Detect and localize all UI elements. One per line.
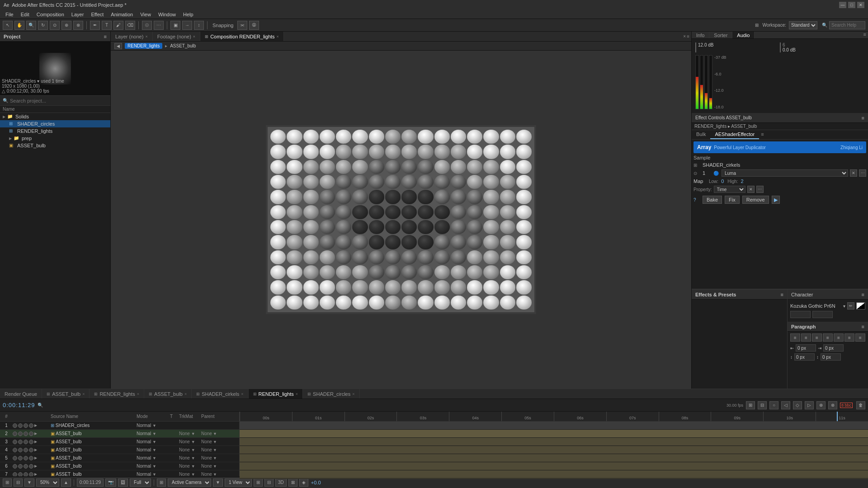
sw-expand-4[interactable]: ▶	[34, 448, 37, 452]
project-item-solids[interactable]: ▶ 📁 Solids	[0, 113, 110, 120]
tool-roto[interactable]: ⦾	[142, 21, 152, 30]
align-center-btn[interactable]: ≡	[801, 333, 811, 342]
menu-file[interactable]: File	[2, 11, 17, 18]
ec-remove-btn[interactable]: Remove	[742, 196, 769, 204]
sw-audio[interactable]	[18, 423, 23, 428]
project-item-shader-circles[interactable]: ⊞ SHADER_circles	[0, 120, 110, 127]
tool-camera-dolly[interactable]: ⊗	[73, 21, 83, 30]
sw-audio-3[interactable]	[18, 440, 23, 444]
search-help-input[interactable]	[829, 21, 865, 29]
tool-align[interactable]: ▣	[170, 21, 180, 30]
align-justify3-btn[interactable]: ≡	[844, 333, 854, 342]
tl-layer-5[interactable]: 5 ▶ ▣ ASSET_bulb Normal ▼ None ▼	[0, 454, 239, 462]
tool-eraser[interactable]: ⌫	[125, 21, 135, 30]
tab-close-layer[interactable]: ×	[145, 34, 147, 39]
close-button[interactable]: ✕	[857, 2, 864, 8]
sw-lock-3[interactable]	[29, 440, 33, 444]
tl-layer-4-mode[interactable]: Normal ▼	[137, 447, 168, 452]
tl-tab-shader-cirkels[interactable]: ⊞ SHADER_cirkels ×	[192, 389, 248, 399]
minimize-button[interactable]: —	[839, 2, 846, 8]
sw-solo-4[interactable]	[24, 448, 28, 452]
sw-audio-7[interactable]	[18, 472, 23, 477]
ec-menu-icon[interactable]: ≡	[862, 115, 864, 121]
align-justify4-btn[interactable]: ≡	[855, 333, 865, 342]
tl-tab-asset2-close[interactable]: ×	[184, 392, 187, 396]
char-font-edit-btn[interactable]: ✏	[847, 302, 854, 310]
tl-layer-6-parent[interactable]: None ▼	[201, 464, 237, 469]
tl-layer-4-parent[interactable]: None ▼	[201, 447, 237, 452]
tl-layer-4-trimat[interactable]: None ▼	[179, 447, 199, 452]
sw-lock-2[interactable]	[29, 432, 33, 436]
sw-lock-5[interactable]	[29, 456, 33, 460]
ec-tab-shader[interactable]: AEShaderEffector	[710, 130, 759, 139]
tl-tab-shader-circles[interactable]: ⊞ SHADER_circles ×	[303, 389, 359, 399]
tab-composition-render[interactable]: ⊞ Composition RENDER_lights ×	[200, 32, 284, 41]
project-item-prep[interactable]: ▶ 📁 prep	[0, 135, 110, 142]
paragraph-menu[interactable]: ≡	[862, 324, 864, 329]
char-size-input[interactable]	[790, 311, 811, 318]
sw-solo-3[interactable]	[24, 440, 28, 444]
ec-property-select[interactable]: Time	[714, 186, 745, 193]
tl-layer-3-parent[interactable]: None ▼	[201, 439, 237, 444]
ec-property-x-btn[interactable]: ✕	[747, 186, 755, 193]
project-item-asset-bulb[interactable]: ▣ ASSET_bulb	[0, 142, 110, 149]
tl-tab-scircles-close[interactable]: ×	[352, 392, 354, 396]
align-right-btn[interactable]: ≡	[812, 333, 822, 342]
tl-tab-asset-2[interactable]: ⊞ ASSET_bulb ×	[144, 389, 192, 399]
sw-expand-5[interactable]: ▶	[34, 456, 37, 460]
menu-view[interactable]: View	[137, 11, 155, 18]
sw-lock-4[interactable]	[29, 448, 33, 452]
tl-layer-2-parent[interactable]: None ▼	[201, 431, 237, 436]
tl-layer-3-trimat[interactable]: None ▼	[179, 439, 199, 444]
sw-audio-2[interactable]	[18, 432, 23, 436]
tl-layer-6[interactable]: 6 ▶ ▣ ASSET_bulb Normal ▼ None ▼	[0, 462, 239, 470]
tl-tab-render-lights-1[interactable]: ⊞ RENDER_lights ×	[90, 389, 144, 399]
breadcrumb-prev[interactable]: ◀	[114, 43, 122, 49]
tl-layer-6-mode[interactable]: Normal ▼	[137, 464, 168, 469]
tl-layer-2[interactable]: 2 ▶ ▣ ASSET_bulb Normal ▼	[0, 430, 239, 438]
ec-bake-btn[interactable]: Bake	[703, 196, 722, 204]
sw-expand-2[interactable]: ▶	[34, 432, 37, 436]
sw-expand-7[interactable]: ▶	[34, 472, 37, 477]
tl-layer-1-mode[interactable]: Normal ▼	[137, 423, 168, 428]
info-tab-info[interactable]: Info	[692, 32, 709, 38]
tool-arrow[interactable]: →	[182, 21, 192, 30]
tool-pen[interactable]: ✒	[90, 21, 100, 30]
sw-lock-7[interactable]	[29, 472, 33, 477]
tl-tab-render-queue[interactable]: Render Queue	[0, 389, 42, 399]
tool-camera-track[interactable]: ⊕	[61, 21, 71, 30]
ec-tab-menu[interactable]: ≡	[759, 130, 765, 139]
workspace-dropdown[interactable]: Standard	[789, 21, 817, 29]
info-tab-audio[interactable]: Audio	[732, 32, 755, 38]
project-search-input[interactable]	[10, 98, 108, 103]
sw-audio-4[interactable]	[18, 448, 23, 452]
tl-tab-sc-close[interactable]: ×	[241, 392, 243, 396]
sw-vis-4[interactable]	[13, 448, 17, 452]
tool-puppet[interactable]: ⋯	[154, 21, 164, 30]
menu-composition[interactable]: Composition	[33, 11, 68, 18]
ec-field1-dropdown[interactable]: Luma	[722, 169, 848, 177]
ec-play-btn[interactable]: ▶	[772, 196, 780, 204]
align-justify-btn[interactable]: ≡	[823, 333, 833, 342]
para-space2-input[interactable]	[821, 353, 841, 361]
tool-text[interactable]: T	[102, 21, 112, 30]
tl-layer-5-mode[interactable]: Normal ▼	[137, 455, 168, 460]
tl-tab-rl1-close[interactable]: ×	[137, 392, 139, 396]
tl-tab-asset1-close[interactable]: ×	[82, 392, 85, 396]
tl-layer-4[interactable]: 4 ▶ ▣ ASSET_bulb Normal ▼ None ▼	[0, 446, 239, 454]
tl-layer-5-trimat[interactable]: None ▼	[179, 455, 199, 460]
menu-help[interactable]: Help	[179, 11, 197, 18]
sw-lock-6[interactable]	[29, 464, 33, 469]
sw-vis-5[interactable]	[13, 456, 17, 460]
tool-brush[interactable]: 🖌	[113, 21, 123, 30]
tl-layer-2-trimat[interactable]: None ▼	[179, 431, 199, 436]
tool-hand[interactable]: ✋	[14, 21, 24, 30]
tl-ctrl-4[interactable]: ◁	[781, 401, 790, 409]
char-panel-menu[interactable]: ≡	[862, 292, 864, 297]
tl-ctrl-1[interactable]: ⊞	[746, 401, 755, 409]
breadcrumb-comp[interactable]: RENDER_lights	[125, 43, 162, 49]
effects-presets-menu[interactable]: ≡	[781, 292, 783, 297]
sw-vis-2[interactable]	[13, 432, 17, 436]
sw-expand-6[interactable]: ▶	[34, 464, 37, 469]
tl-layer-3[interactable]: 3 ▶ ▣ ASSET_bulb Normal ▼ None ▼	[0, 438, 239, 446]
